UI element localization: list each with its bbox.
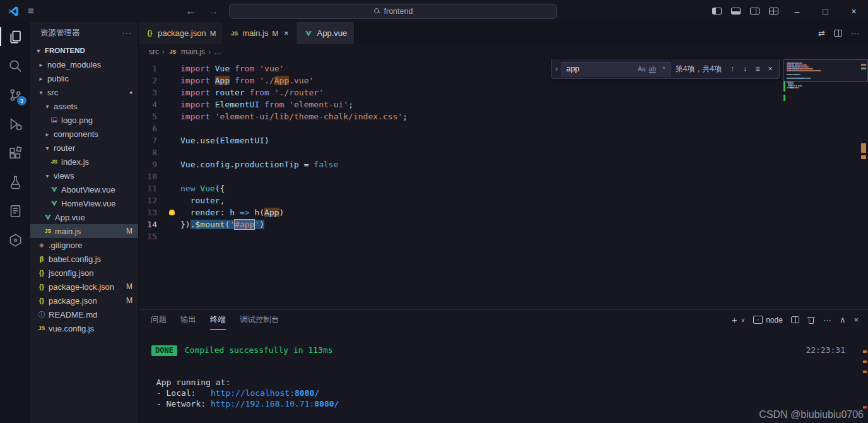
- find-input[interactable]: [566, 64, 636, 73]
- find-input-box[interactable]: Aa ab .*: [561, 62, 671, 76]
- terminal-output[interactable]: DONE Compiled successfully in 113ms22:23…: [139, 330, 868, 409]
- panel-tab-输出[interactable]: 输出: [180, 310, 196, 330]
- tree-item-AboutView.vue[interactable]: AboutView.vue: [30, 182, 138, 196]
- code-line[interactable]: 8: [139, 146, 783, 158]
- tab-main.js[interactable]: JSmain.jsM×: [223, 22, 296, 44]
- menu-icon[interactable]: ≡: [28, 5, 34, 18]
- tab-App.vue[interactable]: App.vue: [296, 22, 355, 44]
- match-case-toggle[interactable]: Aa: [636, 66, 647, 73]
- editor-more-actions-icon[interactable]: ···: [851, 28, 859, 38]
- line-number[interactable]: 11: [139, 182, 168, 194]
- code-line[interactable]: 5import 'element-ui/lib/theme-chalk/inde…: [139, 110, 783, 122]
- toggle-secondary-sidebar-button[interactable]: [745, 0, 764, 22]
- close-find-icon[interactable]: ×: [764, 64, 777, 73]
- line-number[interactable]: 9: [139, 158, 168, 170]
- close-button[interactable]: ×: [840, 0, 868, 22]
- tree-item-package.json[interactable]: {}package.jsonM: [30, 294, 138, 307]
- tab-package.json[interactable]: {}package.jsonM: [139, 22, 223, 44]
- tree-item-node_modules[interactable]: ▸node_modules: [30, 57, 138, 71]
- maximize-panel-icon[interactable]: ∧: [840, 315, 846, 325]
- section-header-frontend[interactable]: ▾ FRONTEND: [30, 44, 138, 57]
- tree-item-logo.png[interactable]: logo.png: [30, 113, 138, 127]
- code-line[interactable]: 15: [139, 230, 783, 242]
- panel-tab-终端[interactable]: 终端: [210, 310, 226, 330]
- tree-item-babel.config.js[interactable]: βbabel.config.js: [30, 252, 138, 266]
- tree-item-vue.config.js[interactable]: JSvue.config.js: [30, 321, 138, 335]
- new-terminal-icon[interactable]: +: [732, 314, 737, 325]
- tree-item-App.vue[interactable]: App.vue: [30, 210, 138, 224]
- activity-notes[interactable]: [0, 196, 30, 225]
- activity-search[interactable]: [0, 51, 30, 80]
- command-center-search[interactable]: frontend: [229, 4, 557, 19]
- code-line[interactable]: 4import ElementUI from 'element-ui';: [139, 98, 783, 110]
- line-number[interactable]: 12: [139, 194, 168, 206]
- code-line[interactable]: 6: [139, 122, 783, 134]
- whole-word-toggle[interactable]: ab: [647, 66, 658, 73]
- close-panel-icon[interactable]: ×: [853, 315, 859, 325]
- line-number[interactable]: 4: [139, 98, 168, 110]
- find-in-selection-icon[interactable]: ≡: [751, 64, 764, 73]
- panel-tab-问题[interactable]: 问题: [151, 310, 167, 330]
- minimize-button[interactable]: –: [783, 0, 811, 22]
- panel-tab-调试控制台[interactable]: 调试控制台: [240, 310, 279, 330]
- regex-toggle[interactable]: .*: [658, 66, 669, 73]
- maximize-button[interactable]: □: [811, 0, 840, 22]
- toggle-replace-icon[interactable]: ›: [552, 59, 561, 78]
- terminal-link[interactable]: http://192.168.10.71:: [211, 399, 314, 408]
- forward-arrow-icon[interactable]: →: [206, 6, 220, 17]
- code-line[interactable]: 14}).$mount('#app'): [139, 218, 783, 230]
- activity-run-debug[interactable]: [0, 109, 30, 138]
- tree-item-jsconfig.json[interactable]: {}jsconfig.json: [30, 266, 138, 280]
- line-number[interactable]: 5: [139, 110, 168, 122]
- minimap[interactable]: [783, 59, 868, 309]
- line-number[interactable]: 7: [139, 134, 168, 146]
- terminal-profile-dropdown-icon[interactable]: ∨: [741, 317, 746, 323]
- code-line[interactable]: 13 render: h => h(App): [139, 206, 783, 218]
- activity-extensions[interactable]: [0, 138, 30, 167]
- code-line[interactable]: 12 router,: [139, 194, 783, 206]
- kill-terminal-icon[interactable]: [807, 316, 815, 324]
- line-number[interactable]: 3: [139, 86, 168, 98]
- line-number[interactable]: 14: [139, 218, 168, 230]
- line-number[interactable]: 13: [139, 206, 168, 218]
- line-number[interactable]: 6: [139, 122, 168, 134]
- tree-item-HomeView.vue[interactable]: HomeView.vue: [30, 196, 138, 210]
- breadcrumb-folder[interactable]: src: [149, 47, 159, 56]
- tree-item-README.md[interactable]: ⓘREADME.md: [30, 307, 138, 321]
- breadcrumb-file[interactable]: main.js: [181, 47, 205, 56]
- back-arrow-icon[interactable]: ←: [184, 6, 197, 17]
- next-match-icon[interactable]: ↓: [739, 64, 751, 73]
- tree-item-assets[interactable]: ▾assets: [30, 99, 138, 113]
- code-line[interactable]: 10: [139, 170, 783, 182]
- previous-match-icon[interactable]: ↑: [726, 64, 739, 73]
- code-editor[interactable]: 1import Vue from 'vue'2import App from '…: [139, 59, 783, 309]
- tree-item-views[interactable]: ▾views: [30, 169, 138, 182]
- terminal-instance-node[interactable]: › node: [753, 316, 783, 325]
- terminal-link[interactable]: http://localhost:: [211, 388, 295, 398]
- tree-item-src[interactable]: ▾src●: [30, 85, 138, 99]
- panel-more-actions-icon[interactable]: ···: [823, 315, 831, 325]
- tree-item-.gitignore[interactable]: ◆.gitignore: [30, 238, 138, 252]
- line-number[interactable]: 10: [139, 170, 168, 182]
- tree-item-router[interactable]: ▾router: [30, 141, 138, 155]
- split-editor-icon[interactable]: [834, 30, 842, 37]
- toggle-panel-button[interactable]: [726, 0, 745, 22]
- activity-testing[interactable]: [0, 167, 30, 196]
- activity-source-control[interactable]: 3: [0, 80, 30, 109]
- line-number[interactable]: 15: [139, 230, 168, 242]
- code-line[interactable]: 7Vue.use(ElementUI): [139, 134, 783, 146]
- code-line[interactable]: 9Vue.config.productionTip = false: [139, 158, 783, 170]
- code-line[interactable]: 11new Vue({: [139, 182, 783, 194]
- activity-explorer[interactable]: [0, 22, 30, 51]
- tree-item-index.js[interactable]: JSindex.js: [30, 155, 138, 169]
- activity-hexagon[interactable]: [0, 225, 30, 254]
- code-line[interactable]: 3import router from './router': [139, 86, 783, 98]
- line-number[interactable]: 1: [139, 63, 168, 74]
- terminal-link[interactable]: 8080/: [295, 388, 319, 398]
- close-tab-icon[interactable]: ×: [284, 28, 289, 38]
- lightbulb-icon[interactable]: [169, 210, 175, 215]
- breadcrumb-symbol[interactable]: …: [214, 47, 221, 56]
- line-number[interactable]: 8: [139, 146, 168, 158]
- tree-item-components[interactable]: ▸components: [30, 127, 138, 141]
- customize-layout-button[interactable]: [764, 0, 783, 22]
